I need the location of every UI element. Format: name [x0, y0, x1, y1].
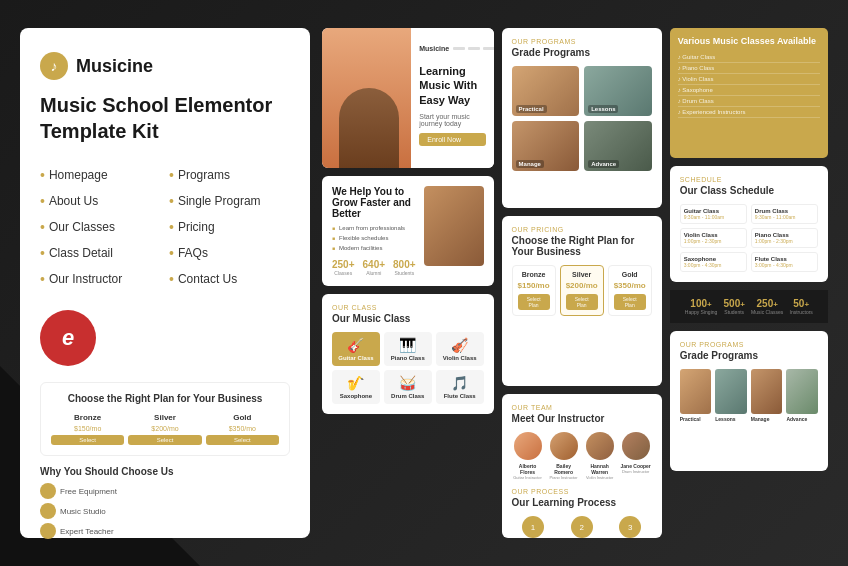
bronze-select-btn[interactable]: Select Plan: [518, 294, 550, 310]
pricing2-bronze: Bronze $150/mo Select Plan: [512, 265, 556, 316]
grow-stat-label-1: Classes: [332, 270, 355, 276]
hero-preview-card: Musicine Join Now Learning Music With Ea…: [322, 28, 494, 168]
class-card-saxophone[interactable]: 🎷 Saxophone: [332, 370, 380, 404]
pricing-preview-title: Choose the Right Plan for Your Business: [51, 393, 279, 404]
programs-right-title: Grade Programs: [680, 350, 818, 361]
nav-item-single-program[interactable]: Single Program: [169, 190, 290, 212]
program-label-4: Advance: [588, 160, 619, 168]
grow-title: We Help You to Grow Faster and Better: [332, 186, 416, 219]
schedule-preview-card: Schedule Our Class Schedule Guitar Class…: [670, 166, 828, 282]
nav-item-homepage[interactable]: Homepage: [40, 164, 161, 186]
brand-name: Musicine: [76, 56, 153, 77]
instructor-title: Meet Our Instructor: [512, 413, 652, 424]
classes-avail-title: Various Music Classes Available: [678, 36, 820, 46]
pricing2-cols: Bronze $150/mo Select Plan Silver $200/m…: [512, 265, 652, 316]
why-item-3: Expert Teacher: [40, 523, 290, 539]
prog-title-1: Practical: [680, 416, 712, 422]
nav-item-programs[interactable]: Programs: [169, 164, 290, 186]
nav-item-class-detail[interactable]: Class Detail: [40, 242, 161, 264]
schedule-time-1: 9:30am - 11:00am: [684, 214, 743, 220]
drum-icon: 🥁: [389, 375, 427, 391]
dark-stat-label-4: Instructors: [790, 309, 813, 315]
bronze-plan-price: $150/mo: [518, 281, 550, 290]
program-item-3[interactable]: Manage: [512, 121, 580, 171]
why-icon-2: [40, 503, 56, 519]
instructor-avatar-4: [622, 432, 650, 460]
silver-plan-label: Silver: [566, 271, 598, 278]
instructor-avatar-2: [550, 432, 578, 460]
tagline: Music School Elementor Template Kit: [40, 92, 290, 144]
class-card-drum[interactable]: 🥁 Drum Class: [384, 370, 432, 404]
class-card-violin[interactable]: 🎻 Violin Class: [436, 332, 484, 366]
programs-right-grid: Practical Lessons Manage Advance: [680, 369, 818, 422]
program-item-1[interactable]: Practical: [512, 66, 580, 116]
prog-right-3: Manage: [751, 369, 783, 422]
pricing2-silver: Silver $200/mo Select Plan: [560, 265, 604, 316]
saxophone-class-name: Saxophone: [337, 393, 375, 399]
hero-nav-items: [453, 47, 493, 50]
music-class-title: Our Music Class: [332, 313, 484, 324]
class-card-flute[interactable]: 🎵 Flute Class: [436, 370, 484, 404]
schedule-item-5: Saxophone 3:00pm - 4:30pm: [680, 252, 747, 272]
grow-preview-card: We Help You to Grow Faster and Better Le…: [322, 176, 494, 286]
preview-col-3: Various Music Classes Available ♪ Guitar…: [670, 28, 828, 538]
prog-right-1: Practical: [680, 369, 712, 422]
instructor-4: Jane Cooper Drum Instructor: [620, 432, 652, 480]
nav-item-instructor[interactable]: Our Instructor: [40, 268, 161, 290]
pricing-cols: Bronze $150/mo Select Silver $200/mo Sel…: [51, 410, 279, 445]
gold-select-btn[interactable]: Select Plan: [614, 294, 646, 310]
hero-cta-button[interactable]: Enroll Now: [419, 133, 485, 146]
program-label-2: Lessons: [588, 105, 618, 113]
guitar-class-name: Guitar Class: [337, 355, 375, 361]
schedule-time-3: 1:00pm - 2:30pm: [684, 238, 743, 244]
nav-item-pricing[interactable]: Pricing: [169, 216, 290, 238]
instructor-role-3: Violin Instructor: [584, 475, 616, 480]
flute-icon: 🎵: [441, 375, 479, 391]
dark-stat-label-1: Happy Singing: [685, 309, 718, 315]
schedule-item-3: Violin Class 1:00pm - 2:30pm: [680, 228, 747, 248]
classes-avail-card: Various Music Classes Available ♪ Guitar…: [670, 28, 828, 158]
nav-item-faqs[interactable]: FAQs: [169, 242, 290, 264]
programs-right-card: Our Programs Grade Programs Practical Le…: [670, 331, 828, 471]
avail-item-4: ♪ Saxophone: [678, 85, 820, 96]
avail-list: ♪ Guitar Class ♪ Piano Class ♪ Violin Cl…: [678, 52, 820, 118]
nav-item-contact[interactable]: Contact Us: [169, 268, 290, 290]
violin-class-name: Violin Class: [441, 355, 479, 361]
gold-plan-price: $350/mo: [614, 281, 646, 290]
avail-item-5: ♪ Drum Class: [678, 96, 820, 107]
grow-bullet-3: Modern facilities: [332, 243, 416, 253]
piano-class-name: Piano Class: [389, 355, 427, 361]
plan-silver: Silver $200/mo Select: [128, 410, 201, 445]
schedule-time-2: 9:30am - 11:00am: [755, 214, 814, 220]
dark-stat-label-3: Music Classes: [751, 309, 783, 315]
nav-dot-2: [468, 47, 480, 50]
programs-grid: Practical Lessons Manage Advance: [512, 66, 652, 171]
step-icon-2: 2: [571, 516, 593, 538]
instructor-name-2: Bailey Romero: [548, 463, 580, 475]
avail-item-2: ♪ Piano Class: [678, 63, 820, 74]
drum-class-name: Drum Class: [389, 393, 427, 399]
programs-right-label: Our Programs: [680, 341, 818, 348]
silver-select-btn[interactable]: Select Plan: [566, 294, 598, 310]
why-section: Why You Should Choose Us Free Equipment …: [40, 466, 290, 539]
dark-stat-4: 50+ Instructors: [790, 298, 813, 315]
program-item-2[interactable]: Lessons: [584, 66, 652, 116]
main-container: ♪ Musicine Music School Elementor Templa…: [0, 0, 848, 566]
brand: ♪ Musicine: [40, 52, 290, 80]
schedule-title: Our Class Schedule: [680, 185, 818, 196]
grow-bullet-1: Learn from professionals: [332, 223, 416, 233]
class-card-piano[interactable]: 🎹 Piano Class: [384, 332, 432, 366]
programs-preview-card: Our Programs Grade Programs Practical Le…: [502, 28, 662, 208]
nav-item-about[interactable]: About Us: [40, 190, 161, 212]
pricing2-preview-card: Our Pricing Choose the Right Plan for Yo…: [502, 216, 662, 386]
program-item-4[interactable]: Advance: [584, 121, 652, 171]
nav-item-classes[interactable]: Our Classes: [40, 216, 161, 238]
right-panel: Musicine Join Now Learning Music With Ea…: [322, 28, 828, 538]
dark-stat-num-1: 100+: [685, 298, 718, 309]
programs-label: Our Programs: [512, 38, 652, 45]
violin-icon: 🎻: [441, 337, 479, 353]
step-icon-3: 3: [619, 516, 641, 538]
music-class-label: Our Class: [332, 304, 484, 311]
why-icon-1: [40, 483, 56, 499]
class-card-guitar[interactable]: 🎸 Guitar Class: [332, 332, 380, 366]
